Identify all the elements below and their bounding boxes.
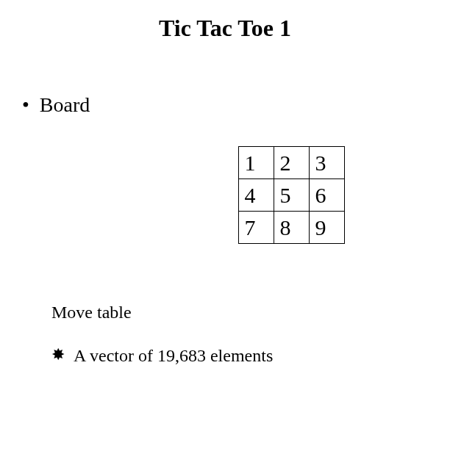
board-cell-7: 7 bbox=[238, 212, 274, 244]
board-cell-5: 5 bbox=[274, 179, 309, 212]
board-cell-2: 2 bbox=[274, 147, 309, 179]
board-container: 1 2 3 4 5 6 7 8 9 bbox=[132, 146, 450, 244]
sun-icon: ✸ bbox=[51, 345, 65, 366]
board-cell-6: 6 bbox=[309, 179, 344, 212]
board-cell-3: 3 bbox=[309, 147, 344, 179]
bullet-label: Board bbox=[40, 93, 90, 117]
board-cell-1: 1 bbox=[238, 147, 274, 179]
page-title: Tic Tac Toe 1 bbox=[0, 0, 450, 49]
sub-heading: Move table bbox=[51, 303, 450, 322]
content-area: • Board 1 2 3 4 5 6 7 8 9 Move table ✸ bbox=[0, 49, 450, 367]
bullet-item-board: • Board bbox=[22, 93, 450, 117]
sub-bullet-item: ✸ A vector of 19,683 elements bbox=[51, 345, 287, 367]
board-cell-8: 8 bbox=[274, 212, 309, 244]
bullet-icon: • bbox=[22, 95, 29, 115]
board-cell-4: 4 bbox=[238, 179, 274, 212]
board-table: 1 2 3 4 5 6 7 8 9 bbox=[238, 146, 345, 244]
sub-bullet-text: A vector of 19,683 elements bbox=[74, 345, 273, 367]
sub-section: Move table ✸ A vector of 19,683 elements bbox=[22, 303, 450, 367]
board-cell-9: 9 bbox=[309, 212, 344, 244]
